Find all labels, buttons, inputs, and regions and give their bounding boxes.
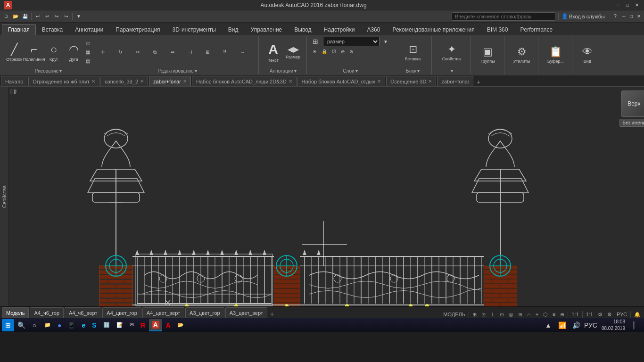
- tab-a3-cv[interactable]: А3_цвет_верт: [225, 307, 267, 318]
- settings-btn[interactable]: ⚙: [606, 312, 613, 318]
- nav-cube-noname[interactable]: Без имени: [619, 119, 644, 127]
- properties-group-label[interactable]: ▾: [450, 68, 453, 74]
- arc-button[interactable]: ◠ Дуга: [64, 39, 83, 66]
- tray-network[interactable]: 📶: [556, 319, 569, 331]
- polar-button[interactable]: ⊙: [498, 312, 505, 318]
- doc-tab-lighting-close[interactable]: ✕: [428, 79, 432, 84]
- tp-button[interactable]: ⊕: [559, 312, 566, 318]
- snap-button[interactable]: ⊡: [480, 312, 487, 318]
- taskbar-ie[interactable]: e: [79, 319, 88, 331]
- system-clock[interactable]: 18:08 08.02.2019: [599, 319, 628, 332]
- taskbar-files[interactable]: 📝: [114, 319, 126, 331]
- qat-undo2[interactable]: ↩: [43, 12, 51, 21]
- notification-btn[interactable]: 🔔: [633, 312, 642, 318]
- gradient-button[interactable]: ▤: [84, 57, 92, 66]
- tab-manage[interactable]: Управление: [245, 24, 289, 35]
- layers-group-label[interactable]: Слои ▾: [343, 68, 357, 74]
- tab-a4-hv[interactable]: А4_ч6_верт: [65, 307, 101, 318]
- show-desktop[interactable]: ▏: [630, 319, 642, 331]
- layer-dropdown-arrow[interactable]: ▼: [381, 37, 390, 46]
- help-button[interactable]: ?: [611, 12, 619, 21]
- annotation-scale[interactable]: 1:1: [585, 312, 594, 317]
- doc-tab-cancello[interactable]: cancello_3d_2 ✕: [100, 76, 148, 86]
- tab-annotate[interactable]: Аннотации: [69, 24, 109, 35]
- tab-performance[interactable]: Performance: [514, 24, 559, 35]
- doc-tab-rest[interactable]: Набор блоков AutoCAD_отдых ✕: [297, 76, 385, 86]
- qat-more[interactable]: ▼: [74, 12, 83, 21]
- doc-tab-fence-close[interactable]: ✕: [91, 79, 95, 84]
- trim-button[interactable]: ✂: [134, 48, 151, 57]
- workspace-btn[interactable]: ⚙: [596, 312, 604, 318]
- extend-button[interactable]: ⊣: [186, 48, 203, 57]
- qat-save[interactable]: 💾: [21, 12, 29, 21]
- search-input[interactable]: [452, 12, 555, 21]
- restore-button[interactable]: □: [624, 2, 631, 8]
- layer-tool-2[interactable]: 🔒: [320, 47, 329, 56]
- hatch-button[interactable]: ▦: [84, 48, 92, 57]
- qat-undo[interactable]: ↩: [33, 12, 42, 21]
- doc-tab-rest-close[interactable]: ✕: [377, 79, 381, 84]
- layer-props-button[interactable]: ⊞: [311, 37, 321, 46]
- tab-add-button[interactable]: +: [268, 310, 276, 318]
- minimize-button[interactable]: ─: [615, 2, 621, 8]
- tab-addins[interactable]: Надстройки: [318, 24, 361, 35]
- mirror-button[interactable]: ⇔: [169, 48, 186, 57]
- line-button[interactable]: ╱ Отрезок: [5, 39, 24, 66]
- taskbar-cortana[interactable]: ○: [28, 319, 41, 331]
- tray-chevron[interactable]: ▲: [542, 319, 554, 331]
- draw-group-label[interactable]: Рисование ▾: [35, 68, 62, 74]
- array-button[interactable]: ⠿: [221, 48, 238, 57]
- tab-a4-cg[interactable]: А4_цвет_гор: [102, 307, 141, 318]
- taskbar-mail[interactable]: ✉: [127, 319, 137, 331]
- block-group-label[interactable]: Блок ▾: [406, 68, 420, 74]
- utilities-button[interactable]: ⚙ Утилиты: [512, 41, 531, 68]
- qat-new[interactable]: 🗋: [2, 12, 10, 21]
- tab-recommended[interactable]: Рекомендованные приложения: [386, 24, 480, 35]
- model-indicator[interactable]: МОДЕЛЬ: [442, 312, 467, 317]
- doc-tab-zabor-close[interactable]: ✕: [183, 79, 187, 84]
- groups-button[interactable]: ▣ Группы: [479, 41, 497, 68]
- properties-button[interactable]: ✦ Свойства: [442, 39, 461, 66]
- signin-button[interactable]: 👤 Вход в службы: [561, 13, 605, 19]
- view-button[interactable]: 👁 Вид: [578, 41, 597, 68]
- start-button[interactable]: ⊞: [2, 319, 14, 331]
- lw-button[interactable]: ≡: [551, 312, 557, 317]
- annotate-group-label[interactable]: Аннотации ▾: [270, 68, 297, 74]
- close-button[interactable]: ✕: [634, 2, 640, 8]
- title-restore[interactable]: □: [628, 13, 635, 20]
- grid-button[interactable]: ⊞: [471, 312, 478, 318]
- tray-volume[interactable]: 🔊: [570, 319, 583, 331]
- qat-redo[interactable]: ↪: [52, 12, 61, 21]
- title-minimize[interactable]: ─: [620, 13, 627, 20]
- nav-cube-top-btn[interactable]: Верх: [621, 90, 644, 117]
- modify-group-label[interactable]: Редактирование ▾: [157, 68, 197, 74]
- dimension-button[interactable]: ◀▶ Размер: [284, 39, 303, 66]
- rect-button[interactable]: ▭: [84, 39, 92, 48]
- qat-redo2[interactable]: ↪: [62, 12, 70, 21]
- tab-parametric[interactable]: Параметризация: [109, 24, 166, 35]
- insert-block-button[interactable]: ⊡ Вставка: [404, 39, 422, 66]
- doc-tab-add[interactable]: +: [474, 78, 483, 86]
- doc-tab-cancello-close[interactable]: ✕: [140, 79, 144, 84]
- taskbar-yandex[interactable]: Я: [138, 319, 148, 331]
- taskbar-autocad[interactable]: A: [149, 319, 162, 331]
- clipboard-button[interactable]: 📋 Буфер...: [546, 41, 565, 68]
- scale-button[interactable]: ⊞: [204, 48, 221, 57]
- tab-a360[interactable]: А360: [361, 24, 386, 35]
- layer-tool-4[interactable]: ⊕: [339, 47, 347, 56]
- text-button[interactable]: A Текст: [264, 39, 283, 66]
- taskbar-skype[interactable]: S: [89, 319, 99, 331]
- move-button[interactable]: ✛: [99, 48, 116, 57]
- lang-btn[interactable]: РУС: [615, 312, 628, 317]
- ucs-button[interactable]: ⌖: [534, 312, 540, 318]
- doc-tab-zabor[interactable]: zabor+fonar ✕: [149, 76, 191, 86]
- tab-a4-cv[interactable]: А4_цвет_верт: [142, 307, 184, 318]
- doc-tab-lighting[interactable]: Освещение 3D ✕: [386, 76, 436, 86]
- doc-tab-people[interactable]: Набор блоков AutoCAD_люди 2D&3D ✕: [192, 76, 297, 86]
- tab-bim360[interactable]: BIM 360: [481, 24, 514, 35]
- taskbar-chrome[interactable]: ●: [55, 319, 64, 331]
- taskbar-viber[interactable]: 📱: [65, 319, 78, 331]
- copy-button[interactable]: ⧉: [151, 48, 168, 57]
- tab-home[interactable]: Главная: [2, 24, 36, 35]
- taskbar-folder2[interactable]: 📂: [174, 319, 187, 331]
